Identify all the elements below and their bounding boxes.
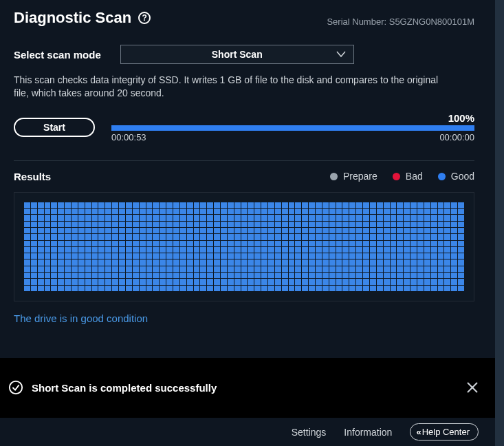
grid-cell	[78, 273, 85, 278]
grid-cell	[98, 222, 105, 227]
grid-cell	[200, 215, 206, 220]
settings-button[interactable]: Settings	[292, 427, 327, 438]
grid-cell	[133, 215, 139, 220]
grid-cell	[51, 222, 57, 227]
grid-cell	[261, 228, 267, 233]
grid-cell	[322, 266, 329, 272]
grid-cell	[451, 209, 457, 214]
grid-cell	[228, 222, 234, 227]
grid-cell	[200, 241, 206, 246]
grid-cell	[194, 215, 200, 220]
grid-cell	[187, 202, 193, 208]
grid-cell	[31, 209, 37, 214]
grid-cell	[289, 279, 295, 284]
grid-cell	[391, 241, 397, 246]
grid-cell	[45, 228, 51, 233]
scrollbar-track[interactable]	[495, 0, 504, 446]
grid-cell	[336, 259, 342, 265]
information-button[interactable]: Information	[344, 427, 392, 438]
grid-cell	[458, 209, 464, 214]
grid-cell	[336, 209, 342, 214]
grid-cell	[282, 215, 288, 220]
grid-cell	[356, 202, 362, 208]
grid-cell	[444, 241, 450, 246]
grid-cell	[160, 279, 166, 284]
grid-cell	[180, 241, 186, 246]
grid-cell	[444, 266, 450, 272]
grid-cell	[31, 266, 37, 272]
grid-cell	[180, 253, 186, 259]
grid-cell	[438, 202, 444, 208]
grid-cell	[248, 209, 254, 214]
grid-cell	[98, 215, 105, 220]
close-icon[interactable]	[466, 381, 479, 394]
grid-cell	[58, 259, 64, 265]
grid-cell	[322, 215, 329, 220]
help-center-label: Help Center	[422, 427, 470, 437]
grid-cell	[98, 253, 105, 259]
start-button[interactable]: Start	[14, 118, 95, 137]
grid-cell	[410, 228, 417, 233]
grid-cell	[72, 209, 78, 214]
dot-prepare-icon	[330, 173, 338, 180]
progress-fill	[111, 125, 474, 131]
grid-cell	[92, 286, 98, 291]
grid-cell	[268, 273, 274, 278]
grid-cell	[404, 215, 410, 220]
scan-mode-select[interactable]: Short Scan	[120, 45, 354, 64]
grid-cell	[316, 209, 322, 214]
grid-cell	[282, 247, 288, 253]
grid-cell	[336, 241, 342, 246]
grid-cell	[391, 273, 397, 278]
grid-cell	[458, 259, 464, 265]
grid-cell	[228, 234, 234, 240]
grid-cell	[451, 215, 457, 220]
grid-cell	[72, 286, 78, 291]
grid-cell	[85, 202, 91, 208]
help-icon[interactable]: ?	[138, 12, 151, 24]
grid-cell	[438, 253, 444, 259]
grid-cell	[404, 266, 410, 272]
grid-cell	[72, 253, 78, 259]
grid-cell	[166, 273, 173, 278]
grid-cell	[444, 259, 450, 265]
grid-cell	[92, 241, 98, 246]
grid-cell	[173, 234, 179, 240]
grid-cell	[329, 228, 336, 233]
grid-cell	[444, 286, 450, 291]
grid-cell	[173, 241, 179, 246]
grid-cell	[295, 228, 301, 233]
legend-good: Good	[438, 171, 474, 182]
grid-cell	[349, 279, 355, 284]
grid-cell	[72, 259, 78, 265]
grid-cell	[261, 202, 267, 208]
grid-cell	[45, 259, 51, 265]
grid-cell	[295, 247, 301, 253]
grid-cell	[438, 286, 444, 291]
grid-cell	[140, 228, 146, 233]
grid-cell	[417, 215, 424, 220]
grid-cell	[370, 228, 376, 233]
grid-cell	[410, 209, 417, 214]
grid-cell	[24, 259, 30, 265]
grid-cell	[92, 273, 98, 278]
grid-cell	[214, 228, 220, 233]
toast-message: Short Scan is completed successfully	[32, 382, 217, 394]
grid-cell	[391, 266, 397, 272]
grid-cell	[200, 234, 206, 240]
grid-cell	[444, 253, 450, 259]
grid-cell	[424, 253, 430, 259]
grid-cell	[133, 259, 139, 265]
grid-cell	[180, 259, 186, 265]
double-chevron-left-icon: «	[416, 427, 419, 437]
grid-cell	[268, 209, 274, 214]
grid-cell	[410, 241, 417, 246]
grid-cell	[289, 247, 295, 253]
grid-cell	[228, 228, 234, 233]
grid-cell	[384, 241, 390, 246]
grid-cell	[119, 273, 125, 278]
help-center-button[interactable]: « Help Center	[410, 423, 479, 440]
grid-cell	[391, 247, 397, 253]
grid-cell	[268, 253, 274, 259]
grid-cell	[309, 273, 315, 278]
